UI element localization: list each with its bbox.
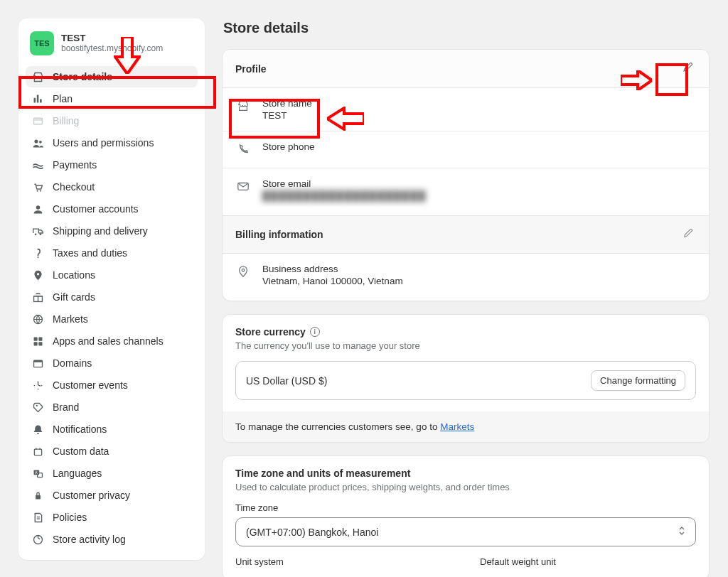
svg-rect-27 — [36, 495, 41, 499]
privacy-icon — [31, 489, 44, 502]
phone-icon — [237, 143, 251, 158]
sidebar-item-billing: Billing — [26, 110, 198, 131]
markets-link[interactable]: Markets — [440, 421, 474, 432]
sidebar-item-label: Domains — [53, 357, 92, 369]
svg-point-3 — [36, 190, 38, 191]
sidebar-item-users-and-permissions[interactable]: Users and permissions — [26, 132, 198, 153]
payments-icon — [31, 158, 44, 171]
sidebar-item-domains[interactable]: Domains — [26, 352, 198, 374]
business-address-label: Business address — [262, 264, 403, 274]
gift-icon — [31, 291, 44, 303]
profile-store-name-row: Store name TEST — [223, 88, 709, 131]
billing-header: Billing information — [223, 215, 709, 254]
svg-rect-15 — [38, 342, 42, 345]
store-phone-label: Store phone — [262, 141, 315, 152]
timezone-card: Time zone and units of measurement Used … — [222, 455, 710, 577]
sidebar-item-label: Users and permissions — [53, 137, 154, 149]
activity-icon — [31, 533, 44, 546]
profile-card: Profile Store name TEST — [222, 49, 710, 301]
svg-point-18 — [33, 384, 35, 386]
sidebar-item-label: Store activity log — [53, 534, 126, 545]
store-name-value: TEST — [262, 110, 312, 121]
sidebar-item-markets[interactable]: Markets — [26, 308, 198, 330]
timezone-select[interactable]: (GMT+07:00) Bangkok, Hanoi — [235, 517, 696, 546]
custom-icon — [31, 445, 44, 458]
locations-icon — [31, 269, 44, 281]
sidebar-item-label: Custom data — [53, 446, 109, 457]
sidebar-item-label: Store details — [53, 71, 112, 82]
sidebar-item-label: Plan — [53, 93, 73, 104]
svg-rect-0 — [33, 118, 42, 124]
sidebar-item-shipping-and-delivery[interactable]: Shipping and delivery — [26, 220, 198, 242]
profile-edit-button[interactable] — [679, 59, 696, 78]
sidebar-item-label: Shipping and delivery — [53, 225, 148, 237]
billing-edit-button[interactable] — [680, 225, 696, 244]
svg-point-5 — [36, 205, 39, 209]
sidebar-item-label: Customer events — [53, 379, 128, 391]
svg-point-8 — [37, 248, 38, 249]
sidebar-item-customer-accounts[interactable]: Customer accounts — [26, 198, 198, 220]
sidebar-item-checkout[interactable]: Checkout — [26, 176, 198, 198]
sidebar-item-custom-data[interactable]: Custom data — [26, 441, 198, 462]
currency-title-text: Store currency — [235, 326, 306, 338]
users-icon — [31, 136, 44, 149]
sidebar-item-label: Taxes and duties — [53, 247, 127, 259]
unit-system-label: Unit system — [235, 556, 451, 567]
currency-title: Store currency i — [235, 326, 696, 338]
sidebar-item-label: Payments — [53, 159, 97, 171]
sidebar-item-label: Customer accounts — [53, 203, 139, 215]
policies-icon — [31, 511, 44, 524]
currency-note-text: To manage the currencies customers see, … — [235, 421, 440, 432]
sidebar-item-brand[interactable]: Brand — [26, 397, 198, 418]
store-icon — [31, 70, 44, 83]
pencil-icon — [682, 228, 693, 241]
sidebar-item-store-details[interactable]: Store details — [26, 66, 198, 87]
store-icon — [237, 99, 251, 114]
sidebar-item-customer-privacy[interactable]: Customer privacy — [26, 485, 198, 506]
sidebar-item-store-activity-log[interactable]: Store activity log — [26, 529, 198, 550]
sidebar: TES TEST boostifytest.myshopify.com Stor… — [18, 18, 205, 560]
sidebar-item-apps-and-sales-channels[interactable]: Apps and sales channels — [26, 330, 198, 352]
store-name: TEST — [61, 33, 163, 44]
sidebar-item-label: Policies — [53, 512, 87, 523]
currency-value: US Dollar (USD $) — [246, 375, 327, 387]
sidebar-item-policies[interactable]: Policies — [26, 507, 198, 528]
profile-header: Profile — [223, 50, 709, 88]
store-domain: boostifytest.myshopify.com — [61, 43, 163, 53]
info-icon[interactable]: i — [310, 327, 320, 337]
profile-header-label: Profile — [235, 63, 267, 75]
sidebar-item-locations[interactable]: Locations — [26, 264, 198, 286]
sidebar-item-label: Brand — [53, 401, 79, 413]
svg-point-22 — [36, 404, 37, 406]
pin-icon — [237, 265, 251, 280]
svg-point-20 — [37, 388, 38, 389]
sidebar-item-notifications[interactable]: Notifications — [26, 419, 198, 440]
profile-phone-row: Store phone — [223, 131, 709, 168]
sidebar-item-label: Checkout — [53, 181, 95, 193]
svg-point-2 — [39, 140, 42, 143]
sidebar-item-payments[interactable]: Payments — [26, 154, 198, 176]
weight-unit-label: Default weight unit — [480, 556, 696, 567]
sidebar-item-plan[interactable]: Plan — [26, 88, 198, 109]
domains-icon — [31, 357, 44, 370]
business-address-value: Vietnam, Hanoi 100000, Vietnam — [262, 276, 403, 286]
updown-icon — [678, 525, 685, 539]
change-formatting-button[interactable]: Change formatting — [591, 370, 685, 391]
svg-point-7 — [39, 233, 41, 235]
svg-point-30 — [242, 269, 245, 271]
svg-point-9 — [36, 273, 38, 275]
plan-icon — [31, 92, 44, 105]
svg-rect-12 — [33, 337, 37, 340]
currency-card: Store currency i The currency you'll use… — [222, 314, 710, 443]
sidebar-item-languages[interactable]: ALanguages — [26, 463, 198, 484]
store-name-label: Store name — [262, 98, 312, 109]
currency-field: US Dollar (USD $) Change formatting — [235, 361, 696, 400]
sidebar-item-label: Billing — [53, 115, 79, 126]
svg-point-4 — [39, 190, 41, 191]
checkout-icon — [31, 180, 44, 193]
timezone-label: Time zone — [235, 502, 696, 513]
sidebar-item-gift-cards[interactable]: Gift cards — [26, 286, 198, 308]
sidebar-item-taxes-and-duties[interactable]: Taxes and duties — [26, 242, 198, 264]
sidebar-item-customer-events[interactable]: Customer events — [26, 374, 198, 396]
svg-rect-14 — [33, 342, 37, 345]
